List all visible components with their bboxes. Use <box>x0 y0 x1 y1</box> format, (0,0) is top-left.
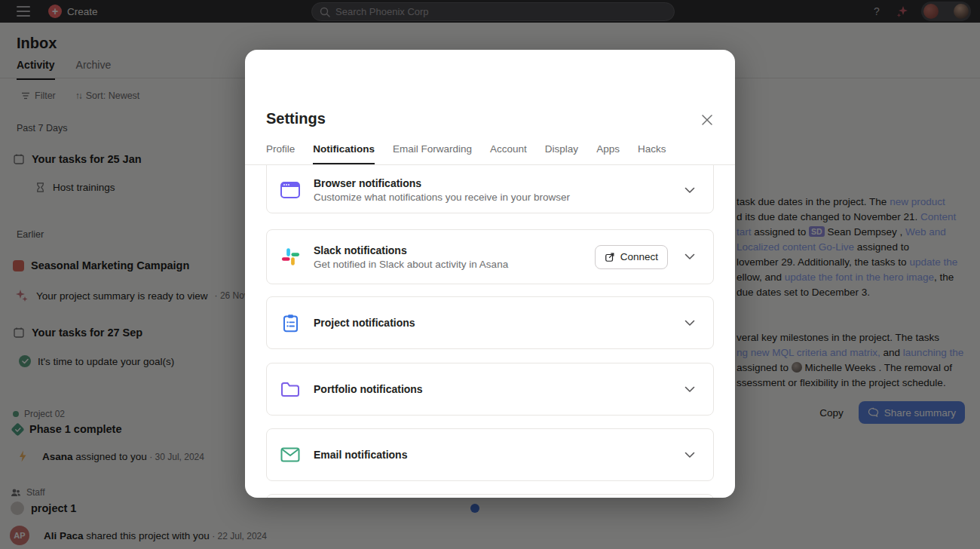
tab-notifications[interactable]: Notifications <box>313 135 375 164</box>
portfolio-icon <box>280 382 300 397</box>
slack-icon <box>281 247 300 266</box>
card-title: Portfolio notifications <box>314 383 671 395</box>
card-title: Project notifications <box>314 317 671 329</box>
email-icon <box>280 447 300 462</box>
modal-title: Settings <box>266 110 326 127</box>
browser-notifications-card[interactable]: Browser notifications Customize what not… <box>266 164 714 213</box>
do-not-disturb-card[interactable]: zZ Do not disturb <box>266 494 714 498</box>
close-icon[interactable] <box>700 113 714 127</box>
external-link-icon <box>605 252 615 262</box>
chevron-down-icon[interactable] <box>684 320 695 327</box>
chevron-down-icon[interactable] <box>684 253 695 260</box>
chevron-down-icon[interactable] <box>684 452 695 459</box>
project-icon <box>283 314 299 333</box>
email-notifications-card[interactable]: Email notifications <box>266 428 714 481</box>
browser-icon <box>280 182 300 198</box>
tab-email-forwarding[interactable]: Email Forwarding <box>393 135 472 164</box>
tab-profile[interactable]: Profile <box>266 135 295 164</box>
slack-notifications-card[interactable]: Slack notifications Get notified in Slac… <box>266 229 714 284</box>
portfolio-notifications-card[interactable]: Portfolio notifications <box>266 363 714 416</box>
settings-tabs: Profile Notifications Email Forwarding A… <box>266 135 666 164</box>
chevron-down-icon[interactable] <box>684 386 695 393</box>
connect-label: Connect <box>620 251 658 262</box>
tab-display[interactable]: Display <box>545 135 578 164</box>
project-notifications-card[interactable]: Project notifications <box>266 296 714 349</box>
card-title: Browser notifications <box>314 177 671 189</box>
settings-modal: Settings Profile Notifications Email For… <box>245 50 735 498</box>
connect-button[interactable]: Connect <box>595 245 668 269</box>
tab-apps[interactable]: Apps <box>596 135 620 164</box>
card-title: Email notifications <box>314 449 671 461</box>
settings-scroll-area[interactable]: Browser notifications Customize what not… <box>245 164 735 498</box>
tab-hacks[interactable]: Hacks <box>638 135 666 164</box>
card-title: Slack notifications <box>314 244 581 256</box>
card-subtitle: Customize what notifications you receive… <box>314 192 671 203</box>
tab-account[interactable]: Account <box>490 135 527 164</box>
card-subtitle: Get notified in Slack about activity in … <box>314 259 581 270</box>
chevron-down-icon[interactable] <box>684 187 695 194</box>
